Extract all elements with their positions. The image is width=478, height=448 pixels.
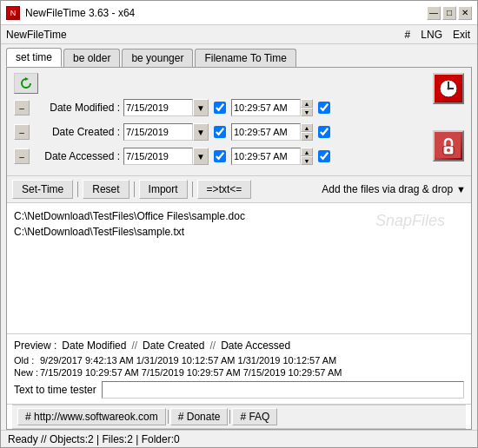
date-modified-row: – Date Modified : ▼ ▲ ▼ xyxy=(14,97,429,118)
new-values: 7/15/2019 10:29:57 AM 7/15/2019 10:29:57… xyxy=(40,367,342,378)
txt-button[interactable]: =>txt<= xyxy=(197,180,252,199)
svg-marker-0 xyxy=(25,77,29,81)
drag-arrow-icon: ▼ xyxy=(456,184,466,194)
title-bar: N NewFileTime 3.63 - x64 — □ ✕ xyxy=(1,1,477,25)
link-sep-1 xyxy=(168,410,169,424)
date-rows-col: – Date Modified : ▼ ▲ ▼ xyxy=(14,73,429,170)
link-sep-2 xyxy=(229,410,230,424)
text-tester-label: Text to time tester xyxy=(14,384,96,396)
link-faq[interactable]: # FAQ xyxy=(232,408,277,425)
lock-icon xyxy=(436,134,461,158)
time-modified-checkbox[interactable] xyxy=(318,102,330,114)
time-modified-up[interactable]: ▲ xyxy=(301,99,313,108)
preview-new-row: New : 7/15/2019 10:29:57 AM 7/15/2019 10… xyxy=(14,367,464,378)
time-modified-input[interactable] xyxy=(231,99,301,116)
time-modified-down[interactable]: ▼ xyxy=(301,108,313,116)
preview-sep-1: // xyxy=(131,339,137,352)
time-created-checkbox[interactable] xyxy=(318,126,330,138)
window-controls: — □ ✕ xyxy=(427,6,472,20)
preview-sep-2: // xyxy=(209,339,216,352)
time-accessed-down[interactable]: ▼ xyxy=(301,156,313,165)
tab-be-younger[interactable]: be younger xyxy=(122,49,193,67)
app-icon: N xyxy=(6,6,20,20)
preview-header-modified: Date Modified xyxy=(62,339,126,352)
time-modified-spinner: ▲ ▼ xyxy=(301,99,313,116)
clock-icon xyxy=(436,76,461,101)
svg-point-5 xyxy=(448,88,450,90)
menu-hash[interactable]: # xyxy=(403,29,413,41)
preview-header-accessed: Date Accessed xyxy=(221,339,290,352)
tab-set-time[interactable]: set time xyxy=(6,48,62,67)
old-values: 9/29/2017 9:42:13 AM 1/31/2019 10:12:57 … xyxy=(40,355,336,366)
date-accessed-input[interactable] xyxy=(123,148,193,165)
time-accessed-checkbox[interactable] xyxy=(318,150,330,162)
refresh-button[interactable] xyxy=(14,73,38,94)
tab-bar: set time be older be younger Filename To… xyxy=(1,44,477,67)
dash-btn-modified[interactable]: – xyxy=(14,100,30,115)
menu-bar: NewFileTime # LNG Exit xyxy=(1,25,477,44)
reset-button[interactable]: Reset xyxy=(83,180,129,199)
bottom-links: # http://www.softwareok.com # Donate # F… xyxy=(12,405,466,429)
toolbar: Set-Time Reset Import =>txt<= Add the fi… xyxy=(7,176,471,203)
date-created-row: – Date Created : ▼ ▲ ▼ xyxy=(14,122,429,142)
date-created-label: Date Created : xyxy=(33,126,120,138)
file-entry-2[interactable]: C:\NetDownload\TestFiles\sample.txt xyxy=(14,224,464,240)
preview-header: Preview : Date Modified // Date Created … xyxy=(14,339,464,352)
app-name-label: NewFileTime xyxy=(6,29,403,41)
menu-items: # LNG Exit xyxy=(403,29,472,41)
date-modified-label: Date Modified : xyxy=(33,102,120,114)
status-text: Ready // Objects:2 | Files:2 | Folder:0 xyxy=(8,433,180,445)
toolbar-sep-2 xyxy=(134,181,135,197)
files-panel: C:\NetDownload\TestFiles\Office Files\sa… xyxy=(7,203,471,334)
dash-btn-accessed[interactable]: – xyxy=(14,148,30,164)
toolbar-sep-3 xyxy=(192,181,193,197)
calendar-btn-modified[interactable]: ▼ xyxy=(193,99,209,116)
preview-header-created: Date Created xyxy=(143,339,204,352)
time-accessed-up[interactable]: ▲ xyxy=(301,148,313,156)
calendar-btn-created[interactable]: ▼ xyxy=(193,123,209,141)
date-created-input[interactable] xyxy=(123,123,193,141)
text-tester-input[interactable] xyxy=(102,381,464,399)
toolbar-sep-1 xyxy=(77,181,78,197)
refresh-icon xyxy=(19,76,33,90)
new-label: New : xyxy=(14,367,40,378)
dash-btn-created[interactable]: – xyxy=(14,124,30,140)
main-window: N NewFileTime 3.63 - x64 — □ ✕ NewFileTi… xyxy=(0,0,478,448)
window-title: NewFileTime 3.63 - x64 xyxy=(25,7,427,19)
preview-old-row: Old : 9/29/2017 9:42:13 AM 1/31/2019 10:… xyxy=(14,355,464,366)
date-accessed-row: – Date Accessed : ▼ ▲ ▼ xyxy=(14,146,429,167)
old-label: Old : xyxy=(14,355,40,366)
close-button[interactable]: ✕ xyxy=(458,6,472,20)
import-button[interactable]: Import xyxy=(139,180,188,199)
maximize-button[interactable]: □ xyxy=(442,6,456,20)
time-created-down[interactable]: ▼ xyxy=(301,132,313,141)
drag-drop-hint: Add the files via drag & drop ▼ xyxy=(322,183,466,195)
file-entry-1[interactable]: C:\NetDownload\TestFiles\Office Files\sa… xyxy=(14,208,464,224)
preview-label: Preview : xyxy=(14,339,56,352)
link-donate[interactable]: # Donate xyxy=(170,408,229,425)
status-bar: Ready // Objects:2 | Files:2 | Folder:0 xyxy=(1,430,477,447)
text-tester-row: Text to time tester xyxy=(14,381,464,399)
menu-exit[interactable]: Exit xyxy=(451,29,472,41)
date-accessed-label: Date Accessed : xyxy=(33,150,120,162)
svg-point-8 xyxy=(447,148,450,152)
minimize-button[interactable]: — xyxy=(427,6,441,20)
calendar-btn-accessed[interactable]: ▼ xyxy=(193,148,209,165)
menu-lng[interactable]: LNG xyxy=(419,29,444,41)
time-accessed-spinner: ▲ ▼ xyxy=(301,148,313,165)
time-accessed-input[interactable] xyxy=(231,148,301,165)
date-created-checkbox[interactable] xyxy=(214,126,226,138)
date-modified-checkbox[interactable] xyxy=(214,102,226,114)
link-website[interactable]: # http://www.softwareok.com xyxy=(17,408,166,425)
corner-icon-bottom xyxy=(433,130,464,161)
set-time-button[interactable]: Set-Time xyxy=(12,180,73,199)
tab-filename-to-time[interactable]: Filename To Time xyxy=(195,49,295,67)
tab-be-older[interactable]: be older xyxy=(63,49,120,67)
time-created-input[interactable] xyxy=(231,123,301,141)
set-time-panel: – Date Modified : ▼ ▲ ▼ xyxy=(7,68,471,176)
corner-icon-top xyxy=(433,73,464,104)
date-modified-input[interactable] xyxy=(123,99,193,116)
main-content: – Date Modified : ▼ ▲ ▼ xyxy=(6,67,472,430)
time-created-up[interactable]: ▲ xyxy=(301,123,313,132)
date-accessed-checkbox[interactable] xyxy=(214,150,226,162)
